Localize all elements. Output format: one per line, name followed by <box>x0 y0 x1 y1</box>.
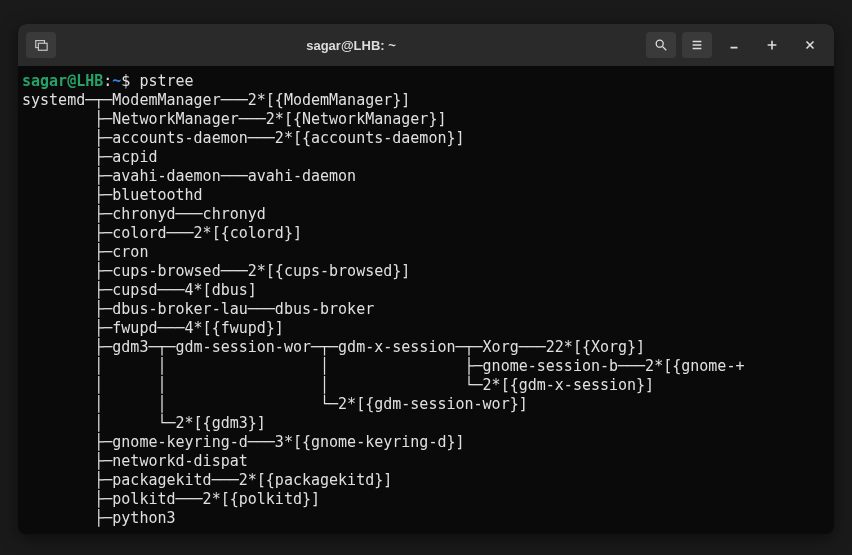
svg-rect-1 <box>38 43 47 50</box>
tree-line: │ │ │ ├─gnome-session-b───2*[{gnome-+ <box>22 357 744 375</box>
tree-line: ├─gnome-keyring-d───3*[{gnome-keyring-d}… <box>22 433 465 451</box>
prompt-colon: : <box>103 72 112 90</box>
tree-line: ├─NetworkManager───2*[{NetworkManager}] <box>22 110 446 128</box>
tree-line: ├─bluetoothd <box>22 186 203 204</box>
tree-line: │ │ └─2*[{gdm-session-wor}] <box>22 395 528 413</box>
tree-line: ├─colord───2*[{colord}] <box>22 224 302 242</box>
search-icon <box>654 38 668 52</box>
close-button[interactable] <box>792 32 828 58</box>
minimize-icon <box>727 38 741 52</box>
tree-line: │ └─2*[{gdm3}] <box>22 414 266 432</box>
tree-line: ├─fwupd───4*[{fwupd}] <box>22 319 284 337</box>
tree-line: ├─packagekitd───2*[{packagekitd}] <box>22 471 392 489</box>
tree-line: ├─acpid <box>22 148 157 166</box>
new-tab-icon <box>34 38 48 52</box>
tree-line: ├─polkitd───2*[{polkitd}] <box>22 490 320 508</box>
terminal-window: sagar@LHB: ~ sagar@LHB:~$ pstree systemd… <box>18 24 834 534</box>
prompt-dollar: $ <box>121 72 139 90</box>
command-text: pstree <box>139 72 193 90</box>
tree-line: systemd─┬─ModemManager───2*[{ModemManage… <box>22 91 410 109</box>
search-button[interactable] <box>646 32 676 58</box>
tree-line: ├─chronyd───chronyd <box>22 205 266 223</box>
close-icon <box>803 38 817 52</box>
titlebar: sagar@LHB: ~ <box>18 24 834 66</box>
prompt-at: @ <box>67 72 76 90</box>
menu-button[interactable] <box>682 32 712 58</box>
maximize-button[interactable] <box>754 32 790 58</box>
tree-line: ├─accounts-daemon───2*[{accounts-daemon}… <box>22 129 465 147</box>
tree-line: ├─gdm3─┬─gdm-session-wor─┬─gdm-x-session… <box>22 338 645 356</box>
new-tab-button[interactable] <box>26 32 56 58</box>
window-title: sagar@LHB: ~ <box>58 38 644 53</box>
tree-line: ├─networkd-dispat <box>22 452 248 470</box>
tree-line: ├─cups-browsed───2*[{cups-browsed}] <box>22 262 410 280</box>
tree-line: ├─avahi-daemon───avahi-daemon <box>22 167 356 185</box>
tree-line: ├─dbus-broker-lau───dbus-broker <box>22 300 374 318</box>
tree-line: ├─cron <box>22 243 148 261</box>
tree-line: ├─python3 <box>22 509 176 527</box>
svg-point-2 <box>656 40 663 47</box>
prompt-host: LHB <box>76 72 103 90</box>
maximize-icon <box>765 38 779 52</box>
minimize-button[interactable] <box>716 32 752 58</box>
prompt-user: sagar <box>22 72 67 90</box>
tree-line: │ │ │ └─2*[{gdm-x-session}] <box>22 376 654 394</box>
tree-line: ├─cupsd───4*[dbus] <box>22 281 257 299</box>
titlebar-right <box>644 32 828 58</box>
terminal-content[interactable]: sagar@LHB:~$ pstree systemd─┬─ModemManag… <box>18 66 834 534</box>
titlebar-left <box>24 32 58 58</box>
svg-line-3 <box>663 47 667 51</box>
hamburger-icon <box>690 38 704 52</box>
prompt-path: ~ <box>112 72 121 90</box>
